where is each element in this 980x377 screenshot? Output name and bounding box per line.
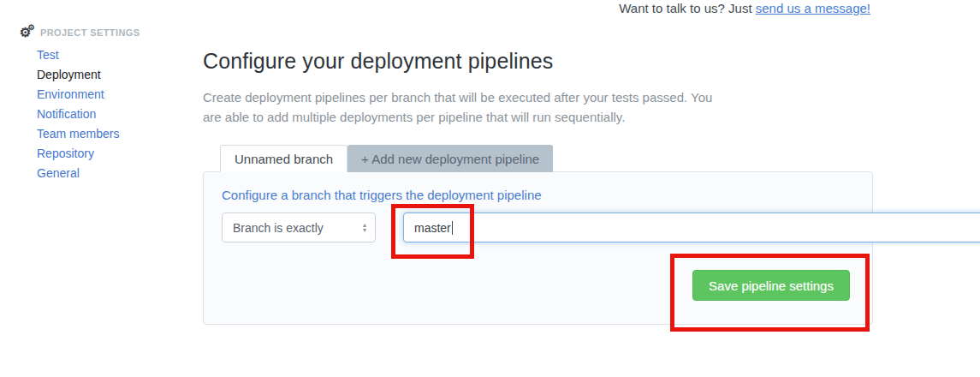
sidebar-header-label: PROJECT SETTINGS bbox=[40, 27, 140, 38]
sidebar-nav: Test Deployment Environment Notification… bbox=[20, 45, 182, 183]
branch-match-select[interactable]: Branch is exactly ▴ ▾ bbox=[222, 212, 376, 242]
main-content: Configure your deployment pipelines Crea… bbox=[203, 49, 873, 325]
sidebar-item-general[interactable]: General bbox=[37, 164, 182, 183]
sidebar-item-team-members[interactable]: Team members bbox=[37, 124, 182, 144]
pipeline-tabs: Unnamed branch + Add new deployment pipe… bbox=[203, 145, 873, 172]
send-message-link[interactable]: send us a message! bbox=[756, 1, 870, 15]
page-description: Create deployment pipelines per branch t… bbox=[203, 87, 734, 127]
branch-name-input-value: master bbox=[414, 221, 451, 235]
sidebar-item-test[interactable]: Test bbox=[37, 45, 182, 65]
sidebar-header: ⚙ ⚙ PROJECT SETTINGS bbox=[20, 26, 182, 39]
pipeline-config-panel: Configure a branch that triggers the dep… bbox=[203, 171, 873, 325]
tab-add-new-pipeline[interactable]: + Add new deployment pipeline bbox=[347, 145, 553, 172]
sidebar-item-environment[interactable]: Environment bbox=[37, 85, 182, 105]
select-caret-icon: ▴ ▾ bbox=[363, 223, 366, 233]
page-title: Configure your deployment pipelines bbox=[203, 49, 873, 74]
topbar: Want to talk to us? Just send us a messa… bbox=[0, 1, 870, 15]
tab-unnamed-branch[interactable]: Unnamed branch bbox=[220, 145, 347, 172]
gears-icon: ⚙ ⚙ bbox=[20, 26, 34, 39]
contact-prompt-text: Want to talk to us? Just bbox=[619, 1, 756, 15]
sidebar-item-repository[interactable]: Repository bbox=[37, 144, 182, 164]
sidebar-item-notification[interactable]: Notification bbox=[37, 105, 182, 124]
branch-config-section-title: Configure a branch that triggers the dep… bbox=[222, 188, 542, 202]
gear-small-icon: ⚙ bbox=[28, 24, 35, 32]
branch-name-input[interactable]: master bbox=[403, 212, 980, 242]
branch-match-select-value: Branch is exactly bbox=[233, 221, 324, 235]
sidebar: ⚙ ⚙ PROJECT SETTINGS Test Deployment Env… bbox=[20, 26, 182, 183]
sidebar-item-deployment[interactable]: Deployment bbox=[37, 65, 182, 85]
save-pipeline-settings-button[interactable]: Save pipeline settings bbox=[692, 270, 850, 301]
text-cursor bbox=[452, 221, 453, 235]
